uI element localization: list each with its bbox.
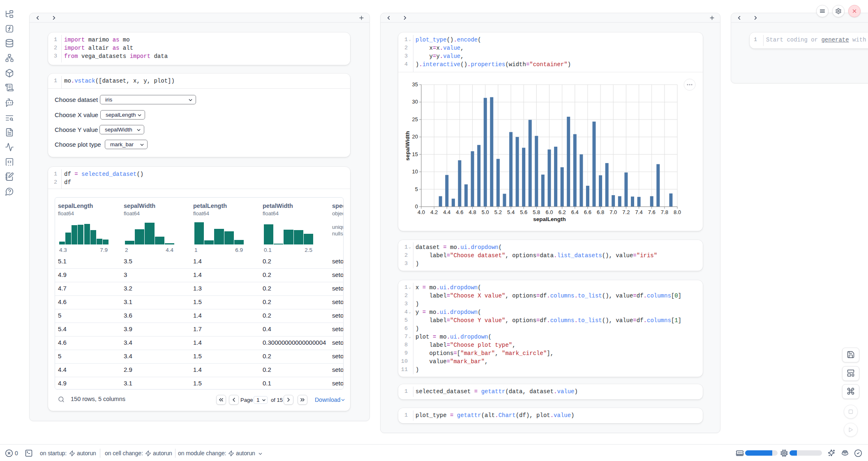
svg-text:8.0: 8.0 <box>674 209 681 215</box>
svg-text:4.8: 4.8 <box>469 209 476 215</box>
svg-text:5.6: 5.6 <box>520 209 527 215</box>
svg-text:5.4: 5.4 <box>507 209 515 215</box>
svg-text:4.4: 4.4 <box>443 209 450 215</box>
svg-text:0: 0 <box>415 203 418 210</box>
svg-text:30: 30 <box>412 99 418 105</box>
svg-text:5: 5 <box>415 186 418 192</box>
svg-text:7.2: 7.2 <box>622 209 630 215</box>
svg-text:4.2: 4.2 <box>430 209 438 215</box>
svg-text:7.4: 7.4 <box>635 209 643 215</box>
svg-text:6.0: 6.0 <box>545 209 553 215</box>
svg-text:7.6: 7.6 <box>648 209 656 215</box>
svg-text:4.0: 4.0 <box>418 209 425 215</box>
svg-text:35: 35 <box>412 81 418 88</box>
svg-text:6.8: 6.8 <box>597 209 604 215</box>
svg-text:5.2: 5.2 <box>494 209 502 215</box>
svg-text:20: 20 <box>412 134 418 140</box>
svg-text:6.6: 6.6 <box>584 209 591 215</box>
svg-text:25: 25 <box>412 116 418 122</box>
svg-text:7.8: 7.8 <box>661 209 668 215</box>
svg-text:5.8: 5.8 <box>533 209 540 215</box>
svg-text:sepalWidth: sepalWidth <box>404 131 411 161</box>
svg-text:sepalLength: sepalLength <box>533 216 566 222</box>
svg-text:7.0: 7.0 <box>609 209 617 215</box>
svg-text:5.0: 5.0 <box>482 209 489 215</box>
svg-text:10: 10 <box>412 168 418 175</box>
svg-text:15: 15 <box>412 151 418 157</box>
svg-text:6.4: 6.4 <box>571 209 579 215</box>
svg-text:6.2: 6.2 <box>559 209 566 215</box>
svg-text:4.6: 4.6 <box>456 209 463 215</box>
